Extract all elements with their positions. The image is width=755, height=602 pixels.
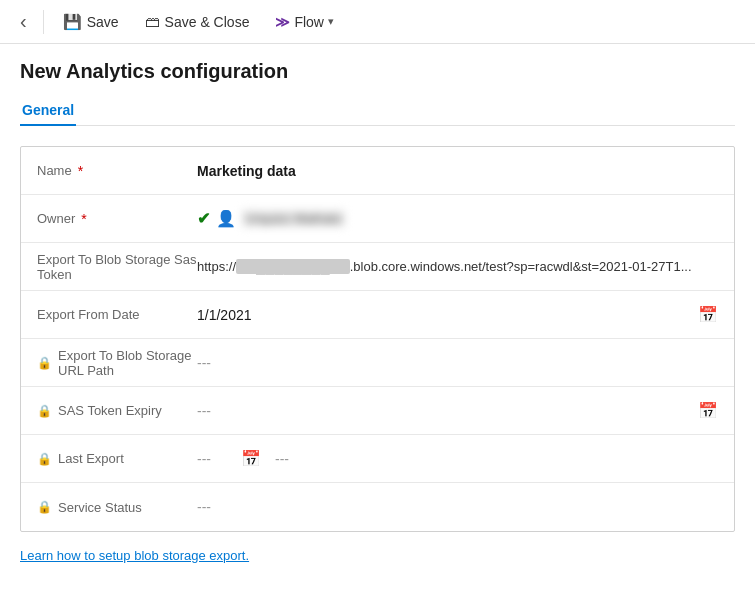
owner-person-icon: 👤: [216, 209, 236, 228]
lock-icon-last-export: 🔒: [37, 452, 52, 466]
label-export-blob-url: 🔒 Export To Blob Storage URL Path: [37, 348, 197, 378]
value-service-status: ---: [197, 499, 718, 515]
lock-icon-sas-token-expiry: 🔒: [37, 404, 52, 418]
save-close-label: Save & Close: [165, 14, 250, 30]
label-name: Name *: [37, 163, 197, 179]
value-name: Marketing data: [197, 163, 718, 179]
form-row-sas-token-expiry: 🔒 SAS Token Expiry --- 📅: [21, 387, 734, 435]
save-close-button[interactable]: 🗃 Save & Close: [134, 7, 261, 36]
required-indicator-owner: *: [81, 211, 86, 227]
label-service-status: 🔒 Service Status: [37, 500, 197, 515]
value-export-blob-token: https://████████.blob.core.windows.net/t…: [197, 259, 718, 274]
save-label: Save: [87, 14, 119, 30]
form-row-export-blob-url: 🔒 Export To Blob Storage URL Path ---: [21, 339, 734, 387]
save-close-icon: 🗃: [145, 13, 160, 30]
calendar-icon-sas-token-expiry[interactable]: 📅: [698, 401, 718, 420]
lock-icon-export-blob-url: 🔒: [37, 356, 52, 370]
form-row-export-blob-token: Export To Blob Storage Sas Token https:/…: [21, 243, 734, 291]
toolbar-separator: [43, 10, 44, 34]
toolbar: ‹ 💾 Save 🗃 Save & Close ≫ Flow ▾: [0, 0, 755, 44]
form-row-last-export: 🔒 Last Export --- 📅 ---: [21, 435, 734, 483]
calendar-icon-export-from-date[interactable]: 📅: [698, 305, 718, 324]
tab-general[interactable]: General: [20, 96, 76, 126]
value-export-blob-url: ---: [197, 355, 718, 371]
page-content: New Analytics configuration General Name…: [0, 44, 755, 579]
value-last-export: --- 📅 ---: [197, 449, 718, 468]
value-export-from-date: 1/1/2021 📅: [197, 305, 718, 324]
back-button[interactable]: ‹: [12, 5, 35, 38]
save-button[interactable]: 💾 Save: [52, 7, 130, 37]
page-title: New Analytics configuration: [20, 60, 735, 83]
form-row-export-from-date: Export From Date 1/1/2021 📅: [21, 291, 734, 339]
label-last-export: 🔒 Last Export: [37, 451, 197, 466]
flow-button[interactable]: ≫ Flow ▾: [264, 8, 345, 36]
owner-check-icon: ✔: [197, 209, 210, 228]
back-icon: ‹: [20, 10, 27, 32]
label-export-blob-token: Export To Blob Storage Sas Token: [37, 252, 197, 282]
label-sas-token-expiry: 🔒 SAS Token Expiry: [37, 403, 197, 418]
label-owner: Owner *: [37, 211, 197, 227]
flow-chevron-icon: ▾: [328, 15, 334, 28]
save-icon: 💾: [63, 13, 82, 31]
lock-icon-service-status: 🔒: [37, 500, 52, 514]
required-indicator-name: *: [78, 163, 83, 179]
flow-icon: ≫: [275, 14, 290, 30]
calendar-icon-last-export[interactable]: 📅: [241, 449, 261, 468]
learn-link[interactable]: Learn how to setup blob storage export.: [20, 548, 249, 563]
flow-label: Flow: [294, 14, 324, 30]
value-owner: ✔ 👤 Urquizo Mathato: [197, 209, 718, 228]
form-row-owner: Owner * ✔ 👤 Urquizo Mathato: [21, 195, 734, 243]
form-row-service-status: 🔒 Service Status ---: [21, 483, 734, 531]
form-card: Name * Marketing data Owner * ✔ 👤 Urquiz…: [20, 146, 735, 532]
owner-name: Urquizo Mathato: [242, 210, 345, 227]
learn-link-container: Learn how to setup blob storage export.: [20, 548, 735, 563]
url-text: https://████████.blob.core.windows.net/t…: [197, 259, 692, 274]
label-export-from-date: Export From Date: [37, 307, 197, 322]
value-sas-token-expiry: --- 📅: [197, 401, 718, 420]
tabs: General: [20, 95, 735, 126]
form-row-name: Name * Marketing data: [21, 147, 734, 195]
